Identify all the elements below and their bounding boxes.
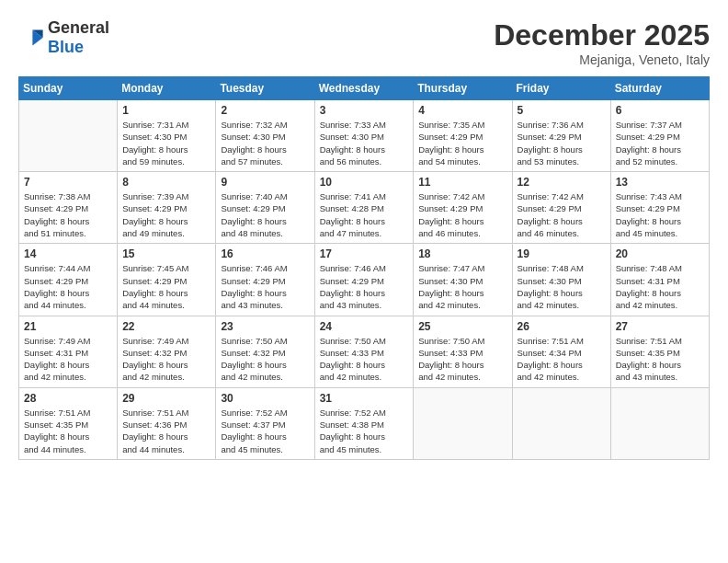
calendar-cell: 26Sunrise: 7:51 AMSunset: 4:34 PMDayligh… <box>512 316 610 387</box>
day-number: 15 <box>122 247 210 260</box>
day-number: 2 <box>221 104 309 117</box>
day-number: 24 <box>320 320 409 333</box>
calendar-cell: 14Sunrise: 7:44 AMSunset: 4:29 PMDayligh… <box>19 244 118 316</box>
day-number: 7 <box>24 176 112 189</box>
calendar-cell: 10Sunrise: 7:41 AMSunset: 4:28 PMDayligh… <box>314 172 414 244</box>
day-number: 23 <box>221 320 309 333</box>
calendar-cell: 31Sunrise: 7:52 AMSunset: 4:38 PMDayligh… <box>314 387 414 459</box>
month-year-title: December 2025 <box>494 18 710 52</box>
day-info: Sunrise: 7:48 AMSunset: 4:30 PMDaylight:… <box>518 262 606 311</box>
day-info: Sunrise: 7:51 AMSunset: 4:35 PMDaylight:… <box>24 407 112 455</box>
day-number: 14 <box>24 247 112 260</box>
weekday-header-friday: Friday <box>512 77 610 100</box>
day-number: 21 <box>24 320 112 333</box>
calendar-cell: 21Sunrise: 7:49 AMSunset: 4:31 PMDayligh… <box>19 316 118 387</box>
calendar-cell: 7Sunrise: 7:38 AMSunset: 4:29 PMDaylight… <box>19 172 118 244</box>
calendar-cell: 30Sunrise: 7:52 AMSunset: 4:37 PMDayligh… <box>216 387 314 459</box>
weekday-header-sunday: Sunday <box>19 77 118 100</box>
calendar-cell: 1Sunrise: 7:31 AMSunset: 4:30 PMDaylight… <box>118 100 216 172</box>
day-number: 22 <box>122 320 210 333</box>
day-info: Sunrise: 7:35 AMSunset: 4:29 PMDaylight:… <box>418 119 506 167</box>
day-info: Sunrise: 7:37 AMSunset: 4:29 PMDaylight:… <box>616 119 704 167</box>
day-info: Sunrise: 7:51 AMSunset: 4:36 PMDaylight:… <box>122 407 210 455</box>
day-info: Sunrise: 7:42 AMSunset: 4:29 PMDaylight:… <box>518 190 606 239</box>
day-number: 16 <box>221 247 309 260</box>
day-number: 26 <box>518 320 606 333</box>
calendar-cell: 25Sunrise: 7:50 AMSunset: 4:33 PMDayligh… <box>414 316 512 387</box>
day-number: 4 <box>418 104 506 117</box>
day-number: 31 <box>320 392 409 405</box>
day-info: Sunrise: 7:50 AMSunset: 4:33 PMDaylight:… <box>320 335 409 384</box>
calendar-cell: 17Sunrise: 7:46 AMSunset: 4:29 PMDayligh… <box>314 244 414 316</box>
day-number: 29 <box>122 392 210 405</box>
day-info: Sunrise: 7:40 AMSunset: 4:29 PMDaylight:… <box>221 190 309 239</box>
calendar-cell <box>414 387 512 459</box>
day-info: Sunrise: 7:33 AMSunset: 4:30 PMDaylight:… <box>320 119 409 167</box>
day-info: Sunrise: 7:39 AMSunset: 4:29 PMDaylight:… <box>122 190 210 239</box>
day-number: 27 <box>616 320 704 333</box>
day-info: Sunrise: 7:50 AMSunset: 4:33 PMDaylight:… <box>418 335 506 384</box>
day-number: 19 <box>518 247 606 260</box>
day-number: 6 <box>616 104 704 117</box>
calendar-cell: 22Sunrise: 7:49 AMSunset: 4:32 PMDayligh… <box>118 316 216 387</box>
calendar-week-4: 21Sunrise: 7:49 AMSunset: 4:31 PMDayligh… <box>19 316 710 387</box>
day-number: 10 <box>320 176 409 189</box>
calendar-cell: 29Sunrise: 7:51 AMSunset: 4:36 PMDayligh… <box>118 387 216 459</box>
logo-text-general: General <box>48 18 109 37</box>
calendar-cell: 4Sunrise: 7:35 AMSunset: 4:29 PMDaylight… <box>414 100 512 172</box>
day-info: Sunrise: 7:48 AMSunset: 4:31 PMDaylight:… <box>616 262 704 311</box>
weekday-header-monday: Monday <box>118 77 216 100</box>
logo: General Blue <box>18 18 109 57</box>
day-number: 11 <box>418 176 506 189</box>
calendar-cell: 3Sunrise: 7:33 AMSunset: 4:30 PMDaylight… <box>314 100 414 172</box>
calendar-cell: 6Sunrise: 7:37 AMSunset: 4:29 PMDaylight… <box>610 100 709 172</box>
logo-icon <box>18 25 44 51</box>
day-number: 1 <box>122 104 210 117</box>
weekday-header-wednesday: Wednesday <box>314 77 414 100</box>
weekday-header-row: SundayMondayTuesdayWednesdayThursdayFrid… <box>19 77 710 100</box>
day-number: 12 <box>518 176 606 189</box>
calendar-cell: 13Sunrise: 7:43 AMSunset: 4:29 PMDayligh… <box>610 172 709 244</box>
day-info: Sunrise: 7:51 AMSunset: 4:35 PMDaylight:… <box>616 335 704 384</box>
calendar-cell: 15Sunrise: 7:45 AMSunset: 4:29 PMDayligh… <box>118 244 216 316</box>
calendar-week-3: 14Sunrise: 7:44 AMSunset: 4:29 PMDayligh… <box>19 244 710 316</box>
calendar-table: SundayMondayTuesdayWednesdayThursdayFrid… <box>18 76 710 460</box>
day-info: Sunrise: 7:49 AMSunset: 4:31 PMDaylight:… <box>24 335 112 384</box>
logo-text-blue: Blue <box>48 38 84 56</box>
calendar-cell: 16Sunrise: 7:46 AMSunset: 4:29 PMDayligh… <box>216 244 314 316</box>
calendar-cell: 5Sunrise: 7:36 AMSunset: 4:29 PMDaylight… <box>512 100 610 172</box>
day-number: 25 <box>418 320 506 333</box>
day-info: Sunrise: 7:43 AMSunset: 4:29 PMDaylight:… <box>616 190 704 239</box>
day-info: Sunrise: 7:41 AMSunset: 4:28 PMDaylight:… <box>320 190 409 239</box>
weekday-header-tuesday: Tuesday <box>216 77 314 100</box>
day-info: Sunrise: 7:47 AMSunset: 4:30 PMDaylight:… <box>418 262 506 311</box>
day-number: 20 <box>616 247 704 260</box>
day-info: Sunrise: 7:38 AMSunset: 4:29 PMDaylight:… <box>24 190 112 239</box>
day-info: Sunrise: 7:46 AMSunset: 4:29 PMDaylight:… <box>320 262 409 311</box>
calendar-cell: 23Sunrise: 7:50 AMSunset: 4:32 PMDayligh… <box>216 316 314 387</box>
weekday-header-saturday: Saturday <box>610 77 709 100</box>
day-info: Sunrise: 7:50 AMSunset: 4:32 PMDaylight:… <box>221 335 309 384</box>
location-subtitle: Mejaniga, Veneto, Italy <box>494 52 710 67</box>
calendar-cell: 2Sunrise: 7:32 AMSunset: 4:30 PMDaylight… <box>216 100 314 172</box>
day-number: 28 <box>24 392 112 405</box>
calendar-cell <box>610 387 709 459</box>
title-block: December 2025 Mejaniga, Veneto, Italy <box>494 18 710 67</box>
weekday-header-thursday: Thursday <box>414 77 512 100</box>
calendar-cell: 28Sunrise: 7:51 AMSunset: 4:35 PMDayligh… <box>19 387 118 459</box>
day-info: Sunrise: 7:44 AMSunset: 4:29 PMDaylight:… <box>24 262 112 311</box>
day-number: 18 <box>418 247 506 260</box>
day-number: 30 <box>221 392 309 405</box>
day-number: 5 <box>518 104 606 117</box>
calendar-week-2: 7Sunrise: 7:38 AMSunset: 4:29 PMDaylight… <box>19 172 710 244</box>
page-header: General Blue December 2025 Mejaniga, Ven… <box>18 18 710 67</box>
day-info: Sunrise: 7:49 AMSunset: 4:32 PMDaylight:… <box>122 335 210 384</box>
day-info: Sunrise: 7:45 AMSunset: 4:29 PMDaylight:… <box>122 262 210 311</box>
calendar-cell: 8Sunrise: 7:39 AMSunset: 4:29 PMDaylight… <box>118 172 216 244</box>
calendar-cell: 27Sunrise: 7:51 AMSunset: 4:35 PMDayligh… <box>610 316 709 387</box>
day-number: 8 <box>122 176 210 189</box>
day-info: Sunrise: 7:36 AMSunset: 4:29 PMDaylight:… <box>518 119 606 167</box>
day-number: 17 <box>320 247 409 260</box>
calendar-cell <box>512 387 610 459</box>
day-number: 9 <box>221 176 309 189</box>
